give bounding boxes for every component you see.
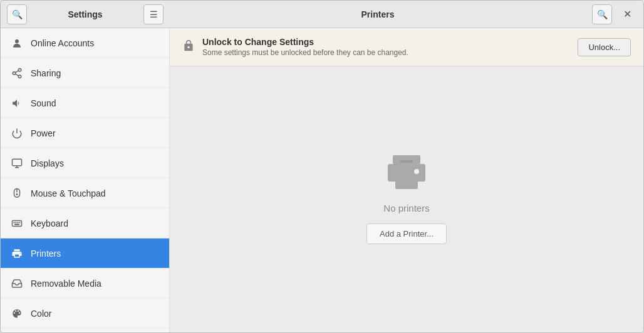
sidebar-label-mouse-touchpad: Mouse & Touchpad [31, 188, 106, 198]
sidebar-label-color: Color [31, 309, 51, 319]
svg-point-0 [15, 39, 19, 43]
svg-rect-22 [400, 160, 413, 163]
close-button[interactable]: ✕ [617, 4, 637, 24]
sidebar-label-removable-media: Removable Media [31, 279, 101, 289]
titlebar-search-icon: 🔍 [597, 9, 608, 19]
svg-point-12 [16, 193, 18, 195]
sidebar-label-sharing: Sharing [31, 68, 61, 78]
sidebar-label-power: Power [31, 128, 56, 138]
svg-rect-13 [13, 220, 22, 226]
sidebar-item-sound[interactable]: Sound [1, 88, 169, 118]
app-window: 🔍 Settings ☰ Printers 🔍 ✕ [0, 0, 644, 333]
unlock-text: Unlock to Change Settings Some settings … [202, 37, 570, 57]
content-area: Online Accounts Sharing [1, 28, 643, 332]
sidebar-label-sound: Sound [31, 98, 56, 108]
unlock-subtitle: Some settings must be unlocked before th… [202, 48, 570, 57]
sharing-icon [11, 67, 23, 79]
online-accounts-icon [11, 37, 23, 49]
svg-point-2 [13, 71, 16, 74]
svg-point-23 [414, 169, 419, 174]
sidebar-item-sharing[interactable]: Sharing [1, 58, 169, 88]
color-icon [11, 307, 23, 320]
sidebar-item-power[interactable]: Power [1, 118, 169, 148]
svg-rect-7 [13, 159, 22, 166]
close-icon: ✕ [623, 8, 631, 20]
sidebar-item-keyboard[interactable]: Keyboard [1, 208, 169, 238]
svg-point-1 [18, 68, 21, 71]
svg-rect-21 [395, 175, 418, 189]
keyboard-icon [11, 217, 23, 230]
svg-line-4 [15, 74, 18, 76]
menu-icon: ☰ [150, 9, 158, 19]
sidebar-label-online-accounts: Online Accounts [31, 38, 94, 48]
sound-icon [11, 97, 23, 110]
lock-icon [182, 39, 195, 55]
sidebar-item-mouse-touchpad[interactable]: Mouse & Touchpad [1, 178, 169, 208]
removable-media-icon [11, 277, 23, 290]
add-printer-button[interactable]: Add a Printer... [366, 223, 447, 244]
sidebar: Online Accounts Sharing [1, 28, 170, 332]
sidebar-label-keyboard: Keyboard [31, 218, 68, 228]
search-button[interactable]: 🔍 [7, 4, 27, 24]
titlebar-left: 🔍 Settings ☰ [1, 4, 170, 24]
printers-icon [11, 247, 23, 260]
svg-point-3 [18, 75, 21, 78]
settings-title: Settings [32, 9, 138, 19]
page-title: Printers [361, 9, 395, 19]
unlock-banner: Unlock to Change Settings Some settings … [170, 28, 643, 66]
titlebar-search-button[interactable]: 🔍 [592, 4, 612, 24]
sidebar-item-displays[interactable]: Displays [1, 148, 169, 178]
no-printers-icon [384, 155, 429, 193]
sidebar-item-color[interactable]: Color [1, 299, 169, 329]
unlock-title: Unlock to Change Settings [202, 37, 570, 47]
printers-area: No printers Add a Printer... [170, 66, 643, 332]
sidebar-item-removable-media[interactable]: Removable Media [1, 269, 169, 299]
no-printers-text: No printers [383, 203, 429, 213]
mouse-icon [11, 187, 23, 200]
titlebar-center: Printers [170, 9, 586, 19]
svg-line-5 [15, 70, 18, 72]
sidebar-item-online-accounts[interactable]: Online Accounts [1, 28, 169, 58]
sidebar-label-printers: Printers [31, 248, 61, 259]
unlock-button[interactable]: Unlock... [578, 38, 631, 56]
displays-icon [11, 157, 23, 170]
main-content: Unlock to Change Settings Some settings … [170, 28, 643, 332]
titlebar-right: 🔍 ✕ [586, 4, 643, 24]
menu-button[interactable]: ☰ [143, 4, 164, 24]
search-icon: 🔍 [12, 9, 23, 19]
sidebar-item-printers[interactable]: Printers [1, 238, 169, 269]
titlebar: 🔍 Settings ☰ Printers 🔍 ✕ [1, 1, 643, 28]
sidebar-label-displays: Displays [31, 158, 64, 168]
power-icon [11, 127, 23, 140]
